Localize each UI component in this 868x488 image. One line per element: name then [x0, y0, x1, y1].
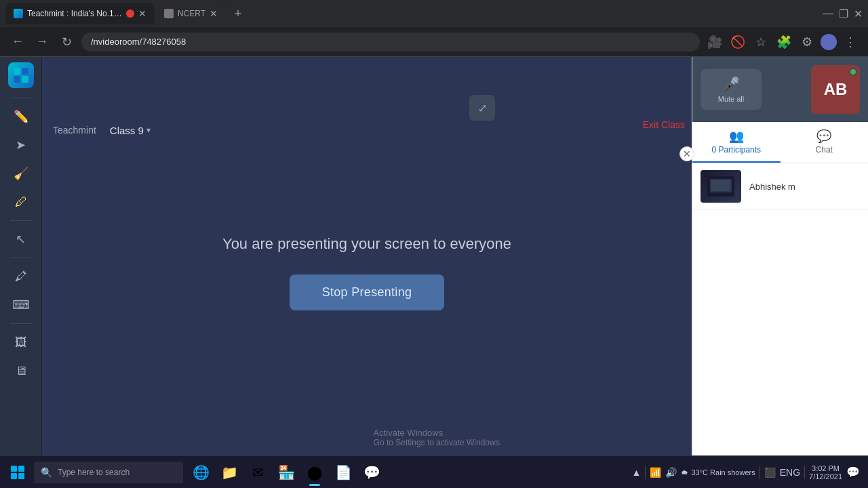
address-text: /nvideoroom/748276058 [91, 37, 186, 47]
search-icon: 🔍 [41, 467, 52, 478]
participants-tab-label: 0 Participants [711, 145, 761, 155]
exit-class-button[interactable]: Exit Class [643, 119, 685, 130]
sidebar-divider-1 [10, 98, 32, 98]
forward-button[interactable]: → [33, 35, 52, 49]
taskbar: 🔍 Type here to search 🌐 📁 ✉ 🏪 ⬤ 📄 💬 ▲ 📶 … [0, 455, 868, 488]
taskbar-app-chrome[interactable]: ⬤ [301, 458, 328, 487]
brand-name: Teachmint [53, 125, 96, 136]
taskbar-app-store[interactable]: 🏪 [273, 458, 300, 487]
profile-avatar[interactable] [821, 34, 837, 50]
screen-tool-btn[interactable]: 🖥 [8, 358, 34, 384]
taskbar-app-explorer[interactable]: 📁 [216, 458, 243, 487]
network-icon[interactable]: 📶 [650, 467, 661, 478]
close-panel-button[interactable]: ✕ [679, 146, 694, 161]
logo-icon [12, 66, 31, 85]
participant-thumbnail [701, 170, 741, 203]
close-window-icon[interactable]: ✕ [854, 7, 863, 20]
sidebar: ✏️ ➤ 🧹 🖊 ↖ 🖍 ⌨ 🖼 🖥 [0, 57, 42, 488]
mute-all-button[interactable]: 🎤 Mute all [701, 69, 762, 110]
keyboard-tool-btn[interactable]: ⌨ [8, 292, 34, 318]
app-container: ✏️ ➤ 🧹 🖊 ↖ 🖍 ⌨ 🖼 🖥 Teachmint Class 9 ▾ E… [0, 57, 868, 488]
tab-title-ncert: NCERT [178, 9, 205, 18]
show-hidden-icon[interactable]: ▲ [632, 467, 642, 478]
stop-presenting-button[interactable]: Stop Presenting [290, 274, 445, 310]
back-button[interactable]: ← [8, 35, 27, 49]
user-avatar[interactable]: AB [811, 65, 860, 114]
edge-icon: 🌐 [193, 464, 210, 481]
taskbar-divider-1 [645, 466, 646, 479]
win-tile-2 [18, 466, 24, 472]
tab-bar: Teachmint : India's No.1 Onl... ✕ NCERT … [0, 0, 868, 27]
tab-ncert[interactable]: NCERT ✕ [156, 3, 226, 24]
more-menu-icon[interactable]: ⋮ [841, 35, 860, 49]
mail-icon: ✉ [252, 464, 264, 481]
bookmark-icon[interactable]: ☆ [751, 35, 770, 49]
blocked-icon[interactable]: 🚫 [728, 35, 747, 49]
tab-title-teachmint: Teachmint : India's No.1 Onl... [27, 9, 122, 18]
weather-text: 33°C Rain showers [691, 468, 755, 476]
tab-favicon-ncert [164, 9, 174, 18]
taskbar-app-extra[interactable]: 💬 [358, 458, 385, 487]
class-dropdown-arrow[interactable]: ▾ [146, 125, 151, 135]
svg-rect-1 [22, 68, 28, 75]
store-icon: 🏪 [278, 464, 295, 481]
notification-button[interactable]: 💬 [846, 466, 860, 479]
windows-logo [11, 466, 24, 479]
class-name: Class 9 [110, 125, 144, 136]
acrobat-icon: 📄 [335, 464, 352, 481]
list-item: Abhishek m [692, 163, 868, 210]
address-input[interactable]: /nvideoroom/748276058 [81, 33, 700, 52]
win-tile-4 [18, 473, 24, 479]
explorer-icon: 📁 [221, 464, 238, 481]
start-button[interactable] [3, 458, 33, 487]
svg-rect-0 [14, 68, 20, 75]
eraser-tool-btn[interactable]: 🧹 [8, 161, 34, 186]
thumbnail-inner [701, 170, 741, 203]
pen-tool-btn[interactable]: 🖍 [8, 264, 34, 289]
restore-icon[interactable]: ❐ [839, 7, 848, 20]
taskbar-divider-3 [804, 466, 805, 479]
taskbar-search[interactable]: 🔍 Type here to search [34, 462, 183, 483]
video-controls-section: 🎤 Mute all AB [692, 57, 868, 122]
weather-block[interactable]: 🌧 33°C Rain showers [681, 468, 755, 476]
time-block[interactable]: 3:02 PM 7/12/2021 [809, 464, 842, 481]
highlight-tool-btn[interactable]: 🖊 [8, 189, 34, 215]
extra-app-icon: 💬 [363, 464, 380, 481]
cursor-tool-btn[interactable]: ↖ [8, 226, 34, 252]
tab-teachmint[interactable]: Teachmint : India's No.1 Onl... ✕ [5, 3, 155, 24]
language-icon[interactable]: ENG [780, 467, 800, 478]
chrome-icon: ⬤ [307, 464, 322, 481]
clock-date: 7/12/2021 [809, 472, 842, 481]
presenting-message: You are presenting your screen to everyo… [222, 235, 511, 253]
tab-close-ncert[interactable]: ✕ [210, 8, 218, 19]
new-tab-button[interactable]: + [229, 4, 248, 23]
tab-close-teachmint[interactable]: ✕ [138, 8, 146, 19]
browser-chrome: Teachmint : India's No.1 Onl... ✕ NCERT … [0, 0, 868, 57]
reload-button[interactable]: ↻ [57, 35, 76, 49]
tab-extras: — ❐ ✕ [823, 7, 863, 20]
participants-list: Abhishek m [692, 163, 868, 488]
extensions-icon[interactable]: 🧩 [774, 35, 793, 49]
teachmint-logo [8, 62, 34, 88]
camera-icon[interactable]: 🎥 [705, 35, 724, 49]
search-placeholder-text: Type here to search [58, 468, 130, 477]
top-bar: Teachmint Class 9 ▾ Exit Class [42, 114, 868, 146]
svg-rect-6 [711, 180, 730, 191]
account-icon[interactable]: ⚙ [797, 35, 816, 49]
taskbar-app-edge[interactable]: 🌐 [187, 458, 214, 487]
minimize-icon[interactable]: — [823, 7, 833, 20]
online-indicator [849, 68, 857, 76]
clock-time: 3:02 PM [809, 464, 842, 472]
system-tray-icon[interactable]: ⬛ [764, 467, 776, 478]
pencil-tool-btn[interactable]: ✏️ [8, 104, 34, 129]
arrow-tool-btn[interactable]: ➤ [8, 132, 34, 158]
svg-rect-2 [14, 76, 20, 83]
tab-favicon-teachmint [14, 9, 23, 18]
taskbar-app-mail[interactable]: ✉ [244, 458, 271, 487]
svg-rect-3 [22, 76, 28, 83]
taskbar-app-acrobat[interactable]: 📄 [330, 458, 357, 487]
volume-icon[interactable]: 🔊 [665, 467, 677, 478]
media-tool-btn[interactable]: 🖼 [8, 329, 34, 355]
toolbar-icons: 🎥 🚫 ☆ 🧩 ⚙ ⋮ [705, 34, 860, 50]
win-tile-1 [11, 466, 17, 472]
